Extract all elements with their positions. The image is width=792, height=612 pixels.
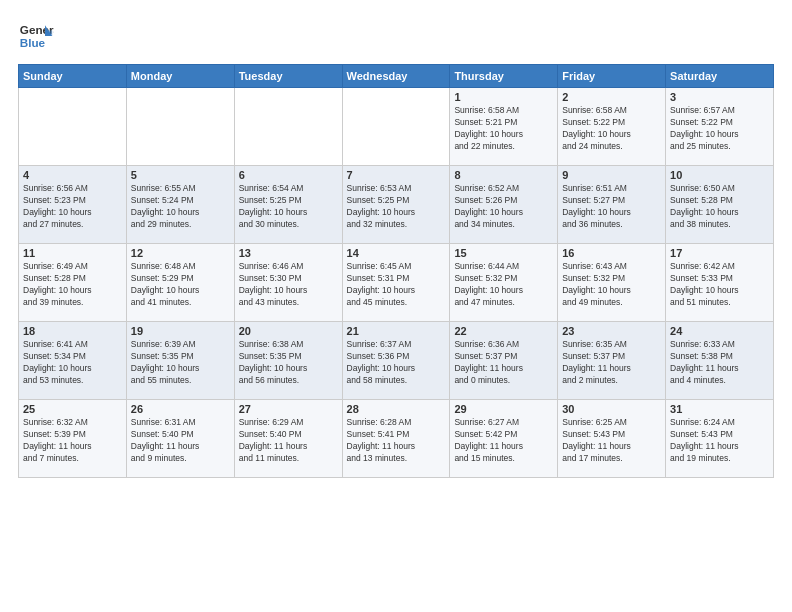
day-info: Sunrise: 6:44 AM Sunset: 5:32 PM Dayligh…: [454, 261, 553, 309]
day-info: Sunrise: 6:41 AM Sunset: 5:34 PM Dayligh…: [23, 339, 122, 387]
day-number: 3: [670, 91, 769, 103]
day-number: 26: [131, 403, 230, 415]
day-number: 9: [562, 169, 661, 181]
calendar-cell: 24Sunrise: 6:33 AM Sunset: 5:38 PM Dayli…: [666, 322, 774, 400]
calendar-cell: 7Sunrise: 6:53 AM Sunset: 5:25 PM Daylig…: [342, 166, 450, 244]
day-number: 28: [347, 403, 446, 415]
day-number: 4: [23, 169, 122, 181]
day-number: 21: [347, 325, 446, 337]
calendar-cell: 18Sunrise: 6:41 AM Sunset: 5:34 PM Dayli…: [19, 322, 127, 400]
week-row-5: 25Sunrise: 6:32 AM Sunset: 5:39 PM Dayli…: [19, 400, 774, 478]
day-info: Sunrise: 6:32 AM Sunset: 5:39 PM Dayligh…: [23, 417, 122, 465]
week-row-1: 1Sunrise: 6:58 AM Sunset: 5:21 PM Daylig…: [19, 88, 774, 166]
day-number: 30: [562, 403, 661, 415]
day-number: 12: [131, 247, 230, 259]
week-row-3: 11Sunrise: 6:49 AM Sunset: 5:28 PM Dayli…: [19, 244, 774, 322]
day-number: 8: [454, 169, 553, 181]
calendar-body: 1Sunrise: 6:58 AM Sunset: 5:21 PM Daylig…: [19, 88, 774, 478]
calendar-cell: 23Sunrise: 6:35 AM Sunset: 5:37 PM Dayli…: [558, 322, 666, 400]
day-info: Sunrise: 6:54 AM Sunset: 5:25 PM Dayligh…: [239, 183, 338, 231]
week-row-4: 18Sunrise: 6:41 AM Sunset: 5:34 PM Dayli…: [19, 322, 774, 400]
calendar-cell: [234, 88, 342, 166]
day-info: Sunrise: 6:58 AM Sunset: 5:21 PM Dayligh…: [454, 105, 553, 153]
calendar-cell: 12Sunrise: 6:48 AM Sunset: 5:29 PM Dayli…: [126, 244, 234, 322]
week-row-2: 4Sunrise: 6:56 AM Sunset: 5:23 PM Daylig…: [19, 166, 774, 244]
day-number: 2: [562, 91, 661, 103]
calendar-page: General Blue SundayMondayTuesdayWednesda…: [0, 0, 792, 612]
calendar-header-row: SundayMondayTuesdayWednesdayThursdayFrid…: [19, 65, 774, 88]
day-number: 7: [347, 169, 446, 181]
logo: General Blue: [18, 18, 54, 54]
day-info: Sunrise: 6:33 AM Sunset: 5:38 PM Dayligh…: [670, 339, 769, 387]
day-info: Sunrise: 6:55 AM Sunset: 5:24 PM Dayligh…: [131, 183, 230, 231]
day-info: Sunrise: 6:39 AM Sunset: 5:35 PM Dayligh…: [131, 339, 230, 387]
day-number: 13: [239, 247, 338, 259]
column-header-sunday: Sunday: [19, 65, 127, 88]
day-info: Sunrise: 6:29 AM Sunset: 5:40 PM Dayligh…: [239, 417, 338, 465]
calendar-cell: 30Sunrise: 6:25 AM Sunset: 5:43 PM Dayli…: [558, 400, 666, 478]
day-info: Sunrise: 6:31 AM Sunset: 5:40 PM Dayligh…: [131, 417, 230, 465]
day-info: Sunrise: 6:48 AM Sunset: 5:29 PM Dayligh…: [131, 261, 230, 309]
day-info: Sunrise: 6:25 AM Sunset: 5:43 PM Dayligh…: [562, 417, 661, 465]
day-number: 14: [347, 247, 446, 259]
day-info: Sunrise: 6:53 AM Sunset: 5:25 PM Dayligh…: [347, 183, 446, 231]
day-info: Sunrise: 6:50 AM Sunset: 5:28 PM Dayligh…: [670, 183, 769, 231]
column-header-thursday: Thursday: [450, 65, 558, 88]
day-number: 17: [670, 247, 769, 259]
column-header-saturday: Saturday: [666, 65, 774, 88]
day-number: 15: [454, 247, 553, 259]
calendar-cell: 13Sunrise: 6:46 AM Sunset: 5:30 PM Dayli…: [234, 244, 342, 322]
day-info: Sunrise: 6:38 AM Sunset: 5:35 PM Dayligh…: [239, 339, 338, 387]
day-number: 23: [562, 325, 661, 337]
calendar-cell: [126, 88, 234, 166]
day-info: Sunrise: 6:52 AM Sunset: 5:26 PM Dayligh…: [454, 183, 553, 231]
calendar-cell: 31Sunrise: 6:24 AM Sunset: 5:43 PM Dayli…: [666, 400, 774, 478]
day-info: Sunrise: 6:27 AM Sunset: 5:42 PM Dayligh…: [454, 417, 553, 465]
day-number: 27: [239, 403, 338, 415]
day-info: Sunrise: 6:35 AM Sunset: 5:37 PM Dayligh…: [562, 339, 661, 387]
calendar-cell: [342, 88, 450, 166]
day-info: Sunrise: 6:28 AM Sunset: 5:41 PM Dayligh…: [347, 417, 446, 465]
day-number: 31: [670, 403, 769, 415]
calendar-cell: 14Sunrise: 6:45 AM Sunset: 5:31 PM Dayli…: [342, 244, 450, 322]
calendar-cell: 22Sunrise: 6:36 AM Sunset: 5:37 PM Dayli…: [450, 322, 558, 400]
calendar-cell: 29Sunrise: 6:27 AM Sunset: 5:42 PM Dayli…: [450, 400, 558, 478]
column-header-monday: Monday: [126, 65, 234, 88]
day-number: 16: [562, 247, 661, 259]
calendar-cell: 2Sunrise: 6:58 AM Sunset: 5:22 PM Daylig…: [558, 88, 666, 166]
calendar-cell: 11Sunrise: 6:49 AM Sunset: 5:28 PM Dayli…: [19, 244, 127, 322]
calendar-cell: 20Sunrise: 6:38 AM Sunset: 5:35 PM Dayli…: [234, 322, 342, 400]
svg-text:Blue: Blue: [20, 36, 46, 49]
day-info: Sunrise: 6:49 AM Sunset: 5:28 PM Dayligh…: [23, 261, 122, 309]
column-header-friday: Friday: [558, 65, 666, 88]
day-number: 24: [670, 325, 769, 337]
day-info: Sunrise: 6:45 AM Sunset: 5:31 PM Dayligh…: [347, 261, 446, 309]
day-number: 11: [23, 247, 122, 259]
day-number: 19: [131, 325, 230, 337]
day-number: 10: [670, 169, 769, 181]
day-info: Sunrise: 6:51 AM Sunset: 5:27 PM Dayligh…: [562, 183, 661, 231]
day-info: Sunrise: 6:36 AM Sunset: 5:37 PM Dayligh…: [454, 339, 553, 387]
calendar-cell: 10Sunrise: 6:50 AM Sunset: 5:28 PM Dayli…: [666, 166, 774, 244]
calendar-cell: 6Sunrise: 6:54 AM Sunset: 5:25 PM Daylig…: [234, 166, 342, 244]
calendar-cell: 9Sunrise: 6:51 AM Sunset: 5:27 PM Daylig…: [558, 166, 666, 244]
calendar-cell: 27Sunrise: 6:29 AM Sunset: 5:40 PM Dayli…: [234, 400, 342, 478]
day-number: 29: [454, 403, 553, 415]
calendar-cell: 26Sunrise: 6:31 AM Sunset: 5:40 PM Dayli…: [126, 400, 234, 478]
day-number: 5: [131, 169, 230, 181]
column-header-wednesday: Wednesday: [342, 65, 450, 88]
day-info: Sunrise: 6:37 AM Sunset: 5:36 PM Dayligh…: [347, 339, 446, 387]
day-info: Sunrise: 6:43 AM Sunset: 5:32 PM Dayligh…: [562, 261, 661, 309]
calendar-cell: 25Sunrise: 6:32 AM Sunset: 5:39 PM Dayli…: [19, 400, 127, 478]
calendar-cell: 28Sunrise: 6:28 AM Sunset: 5:41 PM Dayli…: [342, 400, 450, 478]
calendar-cell: 21Sunrise: 6:37 AM Sunset: 5:36 PM Dayli…: [342, 322, 450, 400]
day-number: 1: [454, 91, 553, 103]
calendar-cell: 19Sunrise: 6:39 AM Sunset: 5:35 PM Dayli…: [126, 322, 234, 400]
day-info: Sunrise: 6:24 AM Sunset: 5:43 PM Dayligh…: [670, 417, 769, 465]
day-info: Sunrise: 6:56 AM Sunset: 5:23 PM Dayligh…: [23, 183, 122, 231]
calendar-cell: 4Sunrise: 6:56 AM Sunset: 5:23 PM Daylig…: [19, 166, 127, 244]
logo-icon: General Blue: [18, 18, 54, 54]
day-number: 25: [23, 403, 122, 415]
calendar-cell: [19, 88, 127, 166]
day-info: Sunrise: 6:58 AM Sunset: 5:22 PM Dayligh…: [562, 105, 661, 153]
